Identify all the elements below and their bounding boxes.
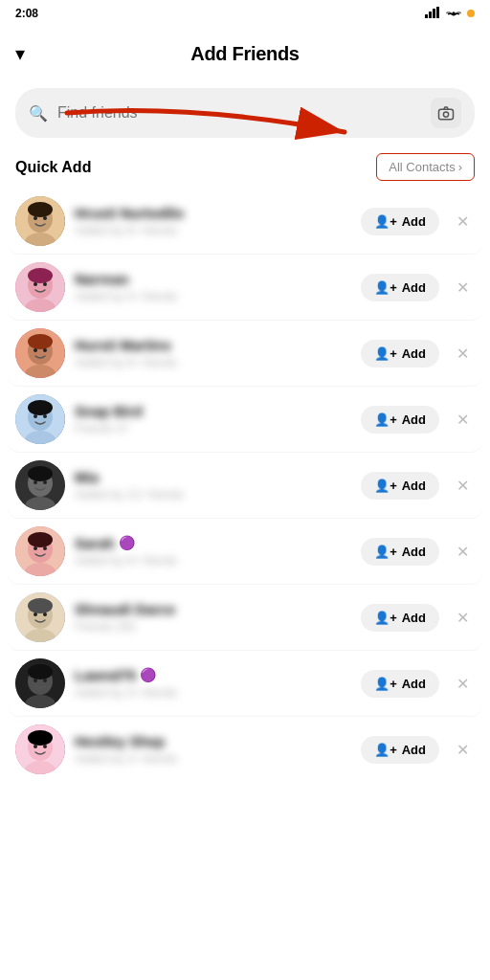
list-item: Hestley Shep Added by 2+ friends 👤+ Add …: [8, 717, 482, 782]
svg-point-24: [43, 348, 47, 352]
svg-point-53: [33, 679, 37, 682]
add-person-icon: 👤+: [374, 479, 397, 493]
friend-name-row: Shnaudi Darce: [75, 601, 351, 617]
add-person-icon: 👤+: [374, 545, 397, 559]
add-friend-button[interactable]: 👤+ Add: [361, 274, 439, 301]
svg-point-42: [43, 546, 47, 550]
friend-subtitle: Added by 3+ friends: [75, 686, 177, 700]
friend-name: Hursti Martins: [75, 337, 171, 353]
svg-point-52: [28, 664, 53, 679]
svg-point-16: [28, 268, 53, 283]
add-label: Add: [402, 611, 426, 625]
dismiss-button[interactable]: ✕: [451, 341, 475, 367]
section-title: Quick Add: [15, 159, 91, 176]
add-person-icon: 👤+: [374, 280, 397, 295]
add-friend-button[interactable]: 👤+ Add: [361, 538, 439, 566]
svg-point-17: [33, 282, 37, 286]
search-container: 🔍: [0, 80, 490, 149]
svg-point-48: [43, 612, 47, 616]
add-friend-button[interactable]: 👤+ Add: [361, 670, 439, 698]
badge-icon: 🟣: [140, 667, 156, 682]
dismiss-button[interactable]: ✕: [451, 671, 475, 697]
list-item: Hursti Martins Added by 6+ friends 👤+ Ad…: [8, 321, 482, 387]
camera-button[interactable]: [431, 98, 461, 128]
svg-point-18: [43, 282, 47, 286]
svg-point-41: [33, 546, 37, 550]
friend-name-row: Lawnd75 🟣: [75, 667, 351, 683]
svg-point-10: [28, 202, 53, 217]
dismiss-button[interactable]: ✕: [451, 737, 475, 763]
all-contacts-button[interactable]: All Contacts ›: [376, 153, 475, 181]
friend-name-row: Narrean: [75, 271, 351, 287]
friend-name-row: Sarah 🟣: [75, 535, 351, 551]
dismiss-button[interactable]: ✕: [451, 473, 475, 499]
friend-info: Lawnd75 🟣 Added by 3+ friends: [75, 667, 351, 701]
add-label: Add: [402, 545, 426, 559]
friend-info: Shnaudi Darce Friends 255: [75, 601, 351, 635]
search-bar: 🔍: [15, 88, 475, 138]
add-friend-button[interactable]: 👤+ Add: [361, 340, 439, 368]
add-label: Add: [402, 677, 426, 691]
add-friend-button[interactable]: 👤+ Add: [361, 736, 439, 764]
dismiss-button[interactable]: ✕: [451, 209, 475, 234]
friend-name: Sarah: [75, 535, 115, 551]
svg-point-30: [43, 414, 47, 418]
all-contacts-chevron: ›: [458, 160, 462, 174]
add-friend-button[interactable]: 👤+ Add: [361, 472, 439, 500]
status-time: 2:08: [15, 7, 38, 20]
dismiss-button[interactable]: ✕: [451, 539, 475, 565]
list-item: Snap Bird Friends 47 👤+ Add ✕: [8, 387, 482, 453]
add-friend-button[interactable]: 👤+ Add: [361, 406, 439, 434]
friend-info: Narrean Added by 5+ friends: [75, 271, 351, 304]
dismiss-button[interactable]: ✕: [451, 605, 475, 631]
friend-info: Mia Added by 12+ friends: [75, 469, 351, 502]
add-label: Add: [402, 412, 426, 427]
list-item: Narrean Added by 5+ friends 👤+ Add ✕: [8, 255, 482, 321]
status-icons: [425, 5, 475, 22]
search-icon: 🔍: [29, 104, 48, 122]
friend-info: Hestley Shep Added by 2+ friends: [75, 733, 351, 767]
svg-point-58: [28, 730, 53, 746]
friend-subtitle: Added by 5+ friends: [75, 290, 177, 303]
add-person-icon: 👤+: [374, 214, 397, 229]
friend-name: Lawnd75: [75, 667, 136, 683]
dismiss-button[interactable]: ✕: [451, 275, 475, 301]
add-person-icon: 👤+: [374, 743, 397, 757]
friend-subtitle: Added by 8+ friends: [75, 224, 177, 237]
friend-subtitle: Friends 47: [75, 422, 129, 435]
svg-point-23: [33, 348, 37, 352]
svg-rect-4: [439, 109, 454, 120]
add-person-icon: 👤+: [374, 412, 397, 427]
svg-point-40: [28, 532, 53, 547]
avatar: [15, 262, 65, 312]
svg-point-11: [33, 216, 37, 220]
search-input[interactable]: [57, 104, 421, 122]
friend-list: Hrusti Nurtodilo Added by 8+ friends 👤+ …: [0, 189, 490, 782]
add-friend-button[interactable]: 👤+ Add: [361, 604, 439, 632]
avatar: [15, 724, 65, 774]
svg-point-29: [33, 414, 37, 418]
header: ▾ Add Friends: [0, 27, 490, 80]
avatar: [15, 328, 65, 378]
all-contacts-label: All Contacts: [389, 160, 455, 174]
svg-point-59: [33, 745, 37, 748]
friend-info: Hursti Martins Added by 6+ friends: [75, 337, 351, 370]
svg-point-54: [43, 679, 47, 682]
svg-point-35: [33, 480, 37, 484]
friend-subtitle: Added by 6+ friends: [75, 356, 177, 369]
add-friend-button[interactable]: 👤+ Add: [361, 208, 439, 235]
add-label: Add: [402, 346, 426, 361]
friend-name: Snap Bird: [75, 403, 143, 419]
svg-rect-2: [433, 9, 435, 18]
add-label: Add: [402, 214, 426, 229]
svg-point-28: [28, 400, 53, 415]
svg-point-5: [443, 112, 448, 117]
status-bar: 2:08: [0, 0, 490, 27]
dismiss-button[interactable]: ✕: [451, 407, 475, 433]
friend-name-row: Mia: [75, 469, 351, 485]
friend-subtitle: Friends 255: [75, 620, 135, 634]
friend-info: Hrusti Nurtodilo Added by 8+ friends: [75, 205, 351, 238]
signal-icon: [425, 5, 440, 22]
wifi-icon: [446, 5, 461, 22]
back-button[interactable]: ▾: [15, 42, 25, 65]
